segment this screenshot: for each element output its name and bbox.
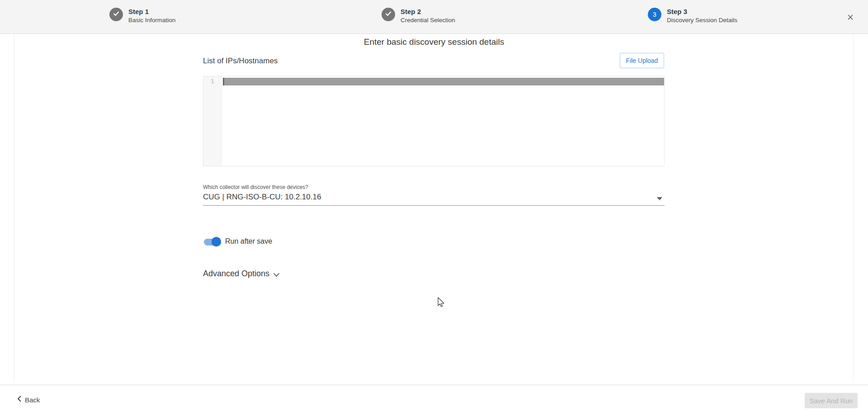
discovery-wizard-window: Step 1 Basic Information Step 2 Credenti… xyxy=(0,0,868,420)
step2-title: Step 2 xyxy=(401,7,455,16)
editor-line-number: 1 xyxy=(203,76,222,85)
step1-subtitle: Basic Information xyxy=(128,16,175,24)
wizard-stepper-header: Step 1 Basic Information Step 2 Credenti… xyxy=(0,0,868,34)
run-after-save-label: Run after save xyxy=(225,237,272,245)
step2-complete-circle xyxy=(382,8,395,21)
step1-title: Step 1 xyxy=(128,7,175,16)
page-title: Enter basic discovery session details xyxy=(0,37,868,47)
editor-line-gutter: 1 xyxy=(203,76,222,166)
close-icon[interactable]: ✕ xyxy=(844,11,856,23)
stepper-step-basic-information[interactable]: Step 1 Basic Information xyxy=(109,7,175,24)
step3-active-circle: 3 xyxy=(648,8,661,21)
editor-selected-line xyxy=(223,78,664,85)
editor-caret xyxy=(223,78,224,85)
step3-number: 3 xyxy=(653,11,656,18)
chevron-down-icon xyxy=(273,271,280,279)
footer-divider xyxy=(0,385,868,385)
back-button[interactable]: Back xyxy=(17,396,40,404)
dropdown-caret-icon xyxy=(657,197,662,200)
step3-subtitle: Discovery Session Details xyxy=(667,16,737,24)
collector-question-label: Which collector will discover these devi… xyxy=(203,184,308,190)
run-after-save-toggle[interactable] xyxy=(203,237,222,247)
collector-selected-value: CUG | RNG-ISO-B-CU: 10.2.10.16 xyxy=(203,193,321,202)
step2-subtitle: Credential Selection xyxy=(401,16,455,24)
advanced-options-label: Advanced Options xyxy=(203,269,269,278)
save-and-run-button[interactable]: Save And Run xyxy=(805,393,858,408)
file-upload-button[interactable]: File Upload xyxy=(620,53,664,68)
advanced-options-expander[interactable]: Advanced Options xyxy=(203,268,280,279)
chevron-left-icon xyxy=(17,396,21,404)
check-icon xyxy=(113,10,120,19)
stepper-step-discovery-session-details[interactable]: 3 Step 3 Discovery Session Details xyxy=(648,7,737,24)
stepper-step-credential-selection[interactable]: Step 2 Credential Selection xyxy=(382,7,455,24)
back-label: Back xyxy=(25,396,40,404)
toggle-knob xyxy=(212,237,221,246)
ip-list-editor[interactable]: 1 xyxy=(203,76,665,166)
step3-title: Step 3 xyxy=(667,7,737,16)
ip-list-label: List of IPs/Hostnames xyxy=(203,57,278,66)
check-icon xyxy=(385,10,392,19)
step1-complete-circle xyxy=(109,8,123,21)
collector-select-dropdown[interactable]: CUG | RNG-ISO-B-CU: 10.2.10.16 xyxy=(203,192,665,206)
